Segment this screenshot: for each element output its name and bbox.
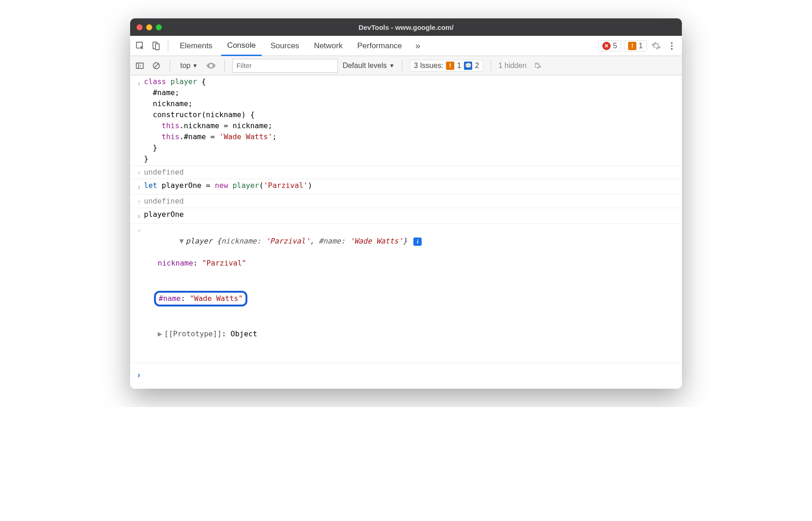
hidden-count[interactable]: 1 hidden: [498, 62, 526, 70]
more-tabs-button[interactable]: »: [411, 40, 425, 51]
console-output-row: undefined: [130, 166, 682, 179]
clear-console-icon[interactable]: [150, 60, 162, 72]
divider: [491, 60, 491, 72]
context-selector[interactable]: top ▼: [177, 61, 200, 71]
titlebar: DevTools - www.google.com/: [130, 18, 682, 36]
svg-rect-2: [155, 44, 159, 50]
svg-point-3: [671, 42, 673, 44]
divider: [168, 40, 168, 52]
levels-selector[interactable]: Default levels ▼: [343, 62, 395, 70]
console-output-row: undefined: [130, 195, 682, 208]
code-block: class player { #name; nickname; construc…: [144, 76, 678, 164]
device-toggle-icon[interactable]: [149, 40, 162, 52]
info-icon: 💬: [464, 62, 472, 70]
expand-arrow-icon[interactable]: ▶: [158, 328, 164, 340]
tab-sources[interactable]: Sources: [264, 36, 305, 56]
chevron-down-icon: ▼: [389, 62, 395, 69]
eye-icon[interactable]: [205, 60, 217, 72]
warning-icon: !: [628, 42, 636, 50]
chevron-down-icon: ▼: [192, 62, 198, 69]
console-output: class player { #name; nickname; construc…: [130, 75, 682, 389]
devtools-window: DevTools - www.google.com/ Elements Cons…: [130, 18, 682, 389]
code-line: let playerOne = new player('Parzival'): [144, 180, 678, 191]
console-input-row[interactable]: class player { #name; nickname; construc…: [130, 75, 682, 166]
error-icon: ✕: [602, 42, 611, 50]
object-prototype[interactable]: ▶[[Prototype]]: Object: [144, 328, 678, 340]
sidebar-toggle-icon[interactable]: [134, 60, 146, 72]
object-property-highlighted[interactable]: #name: "Wade Watts": [144, 291, 678, 306]
svg-point-5: [671, 48, 673, 50]
console-prompt[interactable]: [130, 365, 682, 389]
issues-button[interactable]: 3 Issues: !1 💬2: [410, 60, 483, 72]
tab-network[interactable]: Network: [308, 36, 349, 56]
tab-performance[interactable]: Performance: [351, 36, 408, 56]
object-summary[interactable]: player {nickname: 'Parzival', #name: 'Wa…: [186, 237, 407, 245]
divider: [170, 60, 170, 72]
warning-badge[interactable]: !1: [624, 40, 647, 51]
tab-elements[interactable]: Elements: [174, 36, 218, 56]
window-title: DevTools - www.google.com/: [130, 23, 682, 31]
object-property[interactable]: nickname: "Parzival": [144, 258, 678, 269]
warning-icon: !: [446, 62, 454, 70]
error-badge[interactable]: ✕5: [598, 40, 621, 51]
tab-console[interactable]: Console: [221, 36, 262, 56]
filter-input[interactable]: [232, 59, 338, 73]
divider: [224, 60, 225, 72]
svg-point-4: [671, 45, 673, 47]
tab-bar: Elements Console Sources Network Perform…: [130, 36, 682, 56]
console-input-row[interactable]: let playerOne = new player('Parzival'): [130, 179, 682, 195]
divider: [402, 60, 402, 72]
console-output-row[interactable]: ▼player {nickname: 'Parzival', #name: 'W…: [130, 224, 682, 362]
gear-icon[interactable]: [531, 60, 543, 72]
kebab-menu-icon[interactable]: [665, 40, 678, 52]
info-icon[interactable]: i: [413, 238, 422, 246]
svg-line-9: [154, 63, 158, 67]
inspect-icon[interactable]: [134, 40, 147, 52]
console-filter-bar: top ▼ Default levels ▼ 3 Issues: !1 💬2 1…: [130, 56, 682, 75]
console-input-row[interactable]: playerOne: [130, 208, 682, 224]
expand-arrow-icon[interactable]: ▼: [179, 236, 186, 247]
svg-rect-6: [137, 63, 143, 68]
gear-icon[interactable]: [650, 40, 663, 52]
